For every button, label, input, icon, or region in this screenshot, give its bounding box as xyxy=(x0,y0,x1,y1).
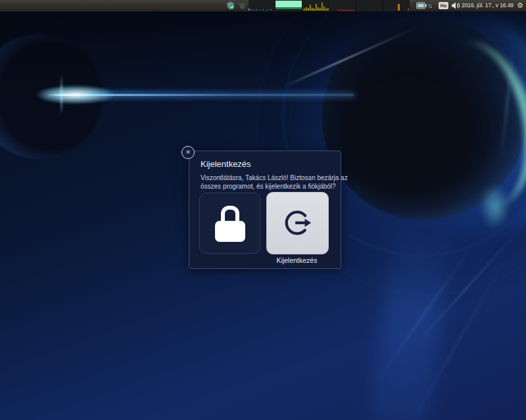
monitor-cell-cpu xyxy=(249,0,275,11)
battery-icon[interactable] xyxy=(416,2,427,9)
dialog-title: Kijelentkezés xyxy=(201,159,251,169)
monitor-cell-memory xyxy=(275,0,302,11)
keyboard-layout-indicator[interactable]: Hu xyxy=(439,2,448,9)
updates-shield-icon[interactable] xyxy=(226,1,235,10)
dialog-message-line1: Viszontlátásra, Takács László! Biztosan … xyxy=(201,174,333,182)
memory-used-area xyxy=(275,1,302,7)
logout-button-label: Kijelentkezés xyxy=(260,256,334,264)
wallpaper-teal-spot xyxy=(480,183,510,229)
monitor-cell-load xyxy=(356,0,383,11)
panel-clock[interactable]: 2016. júl. 17., v 16.49 xyxy=(462,0,513,11)
close-icon[interactable]: × xyxy=(181,146,195,159)
speaker-icon[interactable] xyxy=(451,1,460,10)
lock-screen-button[interactable] xyxy=(199,193,260,254)
monitor-cell-swap xyxy=(329,0,356,11)
dialog-message: Viszontlátásra, Takács László! Biztosan … xyxy=(201,174,333,191)
monitor-cell-network xyxy=(302,0,329,11)
memory-cache-area xyxy=(275,7,302,9)
tray-paw-icon[interactable] xyxy=(238,1,247,10)
top-panel: ↑↓ Hu 2016. júl. 17., v 16.49 ⚙ xyxy=(0,0,526,12)
lock-icon xyxy=(215,206,245,242)
logout-dialog: × Kijelentkezés Viszontlátásra, Takács L… xyxy=(189,151,341,269)
dialog-message-line2: összes programot, és kijelentkezik a fió… xyxy=(201,182,333,191)
monitor-cell-disk xyxy=(383,0,410,11)
session-gear-icon[interactable]: ⚙ xyxy=(515,0,525,11)
network-traffic-icon[interactable]: ↑↓ xyxy=(427,1,438,11)
system-monitor-applet[interactable] xyxy=(249,0,408,11)
logout-button[interactable] xyxy=(266,192,329,254)
logout-icon xyxy=(282,207,314,239)
wallpaper-top-shade xyxy=(0,11,526,90)
